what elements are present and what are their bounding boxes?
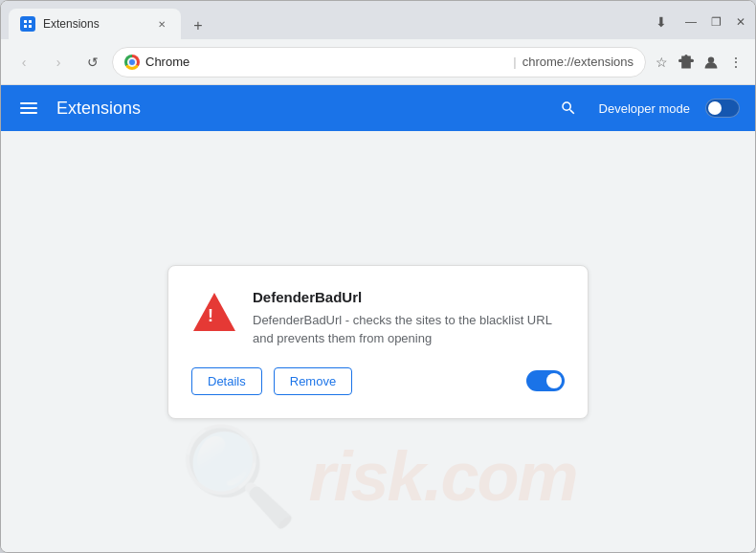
remove-button[interactable]: Remove (274, 367, 352, 395)
address-separator: | (513, 55, 516, 69)
profile-button[interactable] (700, 51, 723, 74)
toolbar-right: ☆ ⋮ (650, 51, 747, 74)
developer-mode-label: Developer mode (599, 101, 690, 116)
maximize-button[interactable]: ❐ (709, 15, 723, 29)
main-content: 🔍 risk.com ! DefenderBadUrl DefenderBadU… (1, 131, 755, 552)
svg-rect-0 (24, 20, 27, 23)
details-button[interactable]: Details (191, 367, 262, 395)
extensions-button[interactable] (675, 51, 698, 74)
svg-point-4 (708, 56, 714, 62)
extension-description: DefenderBadUrl - checks the sites to the… (253, 311, 565, 348)
new-tab-button[interactable]: + (185, 12, 211, 39)
address-bar[interactable]: Chrome | chrome://extensions (112, 47, 646, 77)
address-site: Chrome (145, 55, 507, 69)
download-button[interactable]: ⬇ (650, 11, 673, 33)
extensions-page-title: Extensions (56, 99, 538, 119)
menu-button[interactable]: ⋮ (724, 51, 747, 74)
warning-triangle: ! (193, 293, 235, 331)
reload-button[interactable]: ↺ (78, 47, 108, 77)
extension-toggle-knob (546, 373, 562, 388)
tab-strip: Extensions ✕ + (9, 9, 650, 39)
extension-card: ! DefenderBadUrl DefenderBadUrl - checks… (167, 265, 589, 419)
svg-rect-2 (24, 25, 27, 28)
extension-icon: ! (191, 289, 237, 335)
tab-title: Extensions (43, 17, 146, 31)
address-url: chrome://extensions (523, 55, 634, 69)
developer-mode-toggle[interactable] (705, 99, 740, 118)
close-button[interactable]: ✕ (734, 15, 747, 29)
minimize-button[interactable]: — (684, 15, 698, 29)
card-actions: Details Remove (191, 367, 565, 395)
watermark-icon: 🔍 (179, 420, 299, 533)
os-controls: ⬇ — ❐ ✕ (650, 11, 747, 39)
svg-rect-3 (29, 25, 32, 28)
svg-rect-1 (29, 20, 32, 23)
title-bar: Extensions ✕ + ⬇ — ❐ ✕ (1, 1, 755, 39)
watermark-text: risk.com (308, 437, 576, 516)
extension-name: DefenderBadUrl (253, 289, 565, 305)
browser-toolbar: ‹ › ↺ Chrome | chrome://extensions ☆ ⋮ (1, 39, 755, 85)
bookmark-button[interactable]: ☆ (650, 51, 673, 74)
tab-close-button[interactable]: ✕ (154, 16, 169, 32)
toggle-knob (708, 101, 722, 115)
tab-favicon (20, 16, 35, 32)
back-button[interactable]: ‹ (9, 47, 39, 77)
active-tab[interactable]: Extensions ✕ (9, 9, 181, 39)
browser-window: Extensions ✕ + ⬇ — ❐ ✕ ‹ › ↺ Chrome | ch… (0, 0, 756, 553)
card-header: ! DefenderBadUrl DefenderBadUrl - checks… (191, 289, 565, 348)
menu-hamburger[interactable] (16, 99, 41, 118)
warning-exclamation: ! (208, 306, 213, 326)
extensions-header: Extensions Developer mode (1, 85, 755, 131)
search-button[interactable] (553, 93, 584, 123)
card-info: DefenderBadUrl DefenderBadUrl - checks t… (253, 289, 565, 348)
forward-button[interactable]: › (43, 47, 74, 77)
watermark: 🔍 risk.com (1, 420, 755, 533)
extension-toggle[interactable] (526, 370, 565, 391)
site-icon (124, 55, 140, 70)
